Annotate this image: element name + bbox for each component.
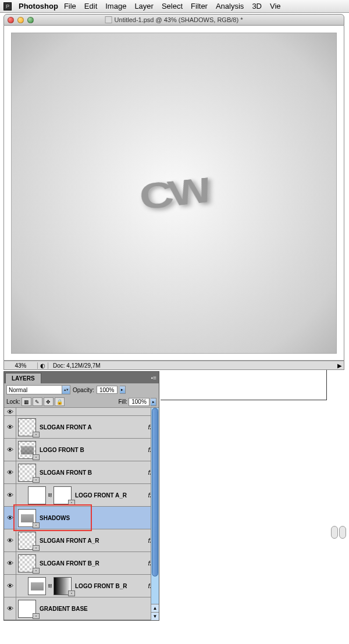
layer-name[interactable]: LOGO FRONT B_R — [75, 583, 127, 589]
opacity-label: Opacity: — [73, 387, 94, 393]
app-name[interactable]: Photoshop — [19, 2, 58, 10]
menu-image[interactable]: Image — [105, 2, 126, 10]
layer-row[interactable]: 👁▫⛓LOGO FRONT A_Rfx▾ — [4, 484, 159, 507]
link-icon[interactable]: ⛓ — [48, 583, 52, 589]
layer-row[interactable]: 👁▫GRADIENT BASE — [4, 597, 159, 620]
layer-name[interactable]: SHADOWS — [40, 515, 70, 521]
lock-transparency-icon[interactable]: ▦ — [22, 397, 31, 406]
layer-name[interactable]: LOGO FRONT A_R — [75, 492, 127, 499]
lightbox-frame — [161, 370, 327, 400]
link-icon[interactable]: ⛓ — [48, 493, 52, 498]
fill-arrow[interactable]: ▸ — [151, 398, 156, 406]
p-icon: P — [3, 2, 12, 10]
visibility-eye-icon[interactable]: 👁 — [7, 582, 13, 589]
lock-all-icon[interactable]: 🔒 — [55, 397, 65, 406]
layer-name[interactable]: LOGO FRONT B — [40, 447, 84, 453]
layers-panel: LAYERS ▪≡ Normal ▴▾ Opacity: 100% ▸ Lock… — [3, 371, 159, 621]
layer-name[interactable]: SLOGAN FRONT A — [40, 424, 92, 430]
fill-label: Fill: — [118, 399, 127, 405]
layer-row[interactable]: 👁▫SLOGAN FRONT Bfx▾ — [4, 461, 159, 484]
fill-field[interactable]: 100% — [129, 398, 149, 406]
select-arrows-icon: ▴▾ — [62, 386, 70, 394]
menu-file[interactable]: File — [64, 2, 76, 10]
right-dock-widget[interactable] — [330, 526, 348, 542]
layer-row[interactable]: 👁▫SLOGAN FRONT Afx▾ — [4, 416, 159, 439]
visibility-eye-icon[interactable]: 👁 — [7, 446, 13, 453]
layer-thumbnail[interactable] — [28, 577, 46, 595]
traffic-lights — [8, 17, 34, 23]
document-title: Untitled-1.psd @ 43% (SHADOWS, RGB/8) * — [105, 16, 243, 23]
visibility-eye-icon[interactable]: 👁 — [7, 469, 13, 476]
blend-mode-value: Normal — [9, 387, 27, 393]
layer-thumbnail[interactable] — [28, 486, 46, 504]
close-button[interactable] — [8, 17, 14, 23]
artwork-preview: CW — [138, 171, 213, 219]
menu-filter[interactable]: Filter — [191, 2, 208, 10]
thumbnail-badge-icon: ▫ — [33, 568, 40, 574]
document-title-text: Untitled-1.psd @ 43% (SHADOWS, RGB/8) * — [115, 16, 243, 23]
panel-tab-row: LAYERS ▪≡ — [4, 372, 159, 383]
zoom-field[interactable]: 43% — [4, 362, 38, 369]
layer-list: 👁 👁▫SLOGAN FRONT Afx▾👁▫LOGO FRONT Bfx▾👁▫… — [4, 408, 159, 620]
thumbnail-badge-icon: ▫ — [68, 590, 75, 596]
thumbnail-badge-icon: ▫ — [33, 545, 40, 551]
lock-label: Lock: — [6, 399, 20, 405]
minimize-button[interactable] — [17, 17, 24, 23]
menu-select[interactable]: Select — [162, 2, 183, 10]
panel-menu-icon[interactable]: ▪≡ — [151, 375, 156, 381]
visibility-eye-icon[interactable]: 👁 — [7, 514, 13, 521]
layer-name[interactable]: SLOGAN FRONT B_R — [40, 560, 99, 567]
scroll-up-button[interactable]: ▲ — [151, 604, 159, 612]
canvas[interactable]: CW — [11, 33, 337, 354]
thumbnail-badge-icon: ▫ — [33, 432, 40, 437]
menu-edit[interactable]: Edit — [84, 2, 97, 10]
menu-3d[interactable]: 3D — [252, 2, 262, 10]
menu-analysis[interactable]: Analysis — [216, 2, 244, 10]
document-window: Untitled-1.psd @ 43% (SHADOWS, RGB/8) * … — [3, 14, 344, 370]
blend-mode-select[interactable]: Normal ▴▾ — [6, 385, 70, 394]
document-icon — [105, 16, 112, 23]
visibility-eye-icon[interactable]: 👁 — [7, 408, 13, 415]
thumbnail-badge-icon: ▫ — [68, 500, 75, 506]
zoom-button[interactable] — [27, 17, 34, 23]
layers-tab[interactable]: LAYERS — [5, 373, 41, 383]
status-menu-arrow[interactable]: ▶ — [336, 362, 344, 369]
layer-row[interactable]: 👁▫SLOGAN FRONT A_Rfx▾ — [4, 529, 159, 552]
menu-view[interactable]: Vie — [270, 2, 281, 10]
visibility-eye-icon[interactable]: 👁 — [7, 492, 13, 499]
status-bar: 43% ◐ Doc: 4,12M/29,7M ▶ — [3, 361, 344, 370]
visibility-eye-icon[interactable]: 👁 — [7, 424, 13, 430]
scrollbar[interactable]: ▲ ▼ — [151, 408, 159, 620]
lock-position-icon[interactable]: ✥ — [44, 397, 54, 406]
doc-size[interactable]: Doc: 4,12M/29,7M — [48, 362, 336, 369]
visibility-eye-icon[interactable]: 👁 — [7, 537, 13, 544]
opacity-field[interactable]: 100% — [97, 386, 117, 394]
dock-pill[interactable] — [331, 526, 338, 539]
scrollbar-thumb[interactable] — [152, 408, 158, 577]
layer-row[interactable]: 👁▫⛓LOGO FRONT B_Rfx▾ — [4, 575, 159, 597]
lock-row: Lock: ▦ ✎ ✥ 🔒 Fill: 100% ▸ — [4, 396, 159, 408]
opacity-arrow[interactable]: ▸ — [120, 386, 126, 394]
visibility-eye-icon[interactable]: 👁 — [7, 560, 13, 567]
dock-pill[interactable] — [339, 526, 346, 539]
scroll-down-button[interactable]: ▼ — [151, 612, 159, 620]
layer-row[interactable]: 👁▫SHADOWS — [4, 507, 159, 529]
layer-name[interactable]: SLOGAN FRONT A_R — [40, 538, 99, 544]
status-icon[interactable]: ◐ — [38, 362, 48, 369]
layer-row[interactable]: 👁▫SLOGAN FRONT B_Rfx▾ — [4, 552, 159, 575]
menu-bar: P Photoshop File Edit Image Layer Select… — [0, 0, 349, 13]
thumbnail-badge-icon: ▫ — [33, 454, 40, 460]
layer-name[interactable]: GRADIENT BASE — [40, 606, 88, 612]
layer-row-partial[interactable]: 👁 — [4, 408, 159, 416]
thumbnail-badge-icon: ▫ — [33, 522, 40, 528]
thumbnail-badge-icon: ▫ — [33, 613, 40, 619]
blend-row: Normal ▴▾ Opacity: 100% ▸ — [4, 383, 159, 396]
layer-row[interactable]: 👁▫LOGO FRONT Bfx▾ — [4, 439, 159, 461]
canvas-area: CW — [3, 26, 344, 361]
window-titlebar[interactable]: Untitled-1.psd @ 43% (SHADOWS, RGB/8) * — [3, 14, 344, 26]
visibility-eye-icon[interactable]: 👁 — [7, 605, 13, 612]
thumbnail-badge-icon: ▫ — [33, 477, 40, 483]
menu-layer[interactable]: Layer — [134, 2, 154, 10]
layer-name[interactable]: SLOGAN FRONT B — [40, 469, 92, 476]
lock-pixels-icon[interactable]: ✎ — [33, 397, 42, 406]
